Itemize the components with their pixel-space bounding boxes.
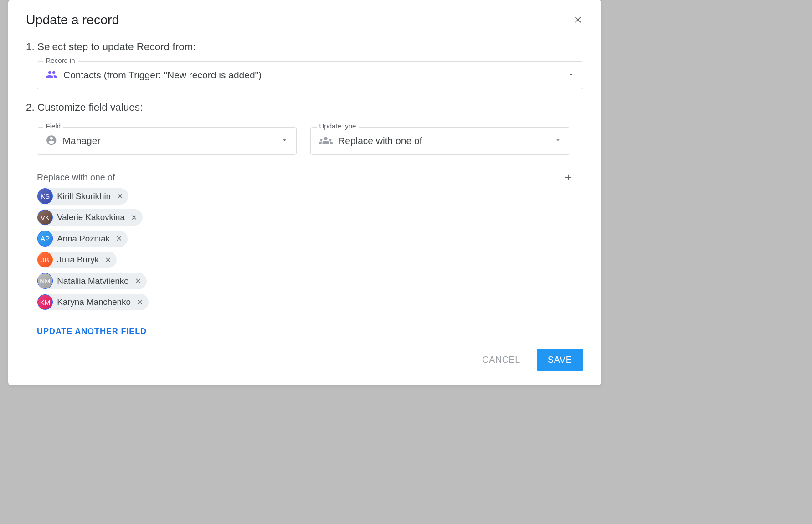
record-in-value: Contacts (from Trigger: "New record is a… [63,70,262,81]
modal-header: Update a record [8,0,601,34]
avatar: JB [37,252,53,268]
chip-remove-button[interactable] [115,235,123,242]
update-type-select-wrapper: Update type Replace with one of [310,127,570,155]
modal-title: Update a record [26,12,119,27]
replace-label: Replace with one of [37,172,115,183]
chip-name: Karyna Manchenko [57,297,131,307]
plus-icon [563,172,574,183]
close-icon [136,298,144,306]
save-button[interactable]: SAVE [537,349,583,371]
field-label: Field [43,122,64,130]
close-icon [130,214,138,221]
record-in-label: Record in [43,57,78,64]
chip-remove-button[interactable] [136,298,144,306]
step2-label: 2. Customize field values: [26,102,583,113]
update-another-field-button[interactable]: UPDATE ANOTHER FIELD [37,327,583,336]
update-type-label: Update type [317,122,359,130]
person-icon [46,134,57,148]
update-record-modal: Update a record 1. Select step to update… [8,0,601,385]
chip-name: Kirill Skurikhin [57,191,111,201]
field-select[interactable]: Manager [37,127,297,155]
chip-name: Valerie Kakovkina [57,212,125,222]
record-in-field-wrapper: Record in Contacts (from Trigger: "New r… [37,61,583,89]
avatar: KS [37,188,53,204]
close-icon [573,15,583,25]
chip-name: Anna Pozniak [57,234,110,244]
close-icon [134,277,142,285]
person-chip[interactable]: JBJulia Buryk [37,252,117,268]
chip-name: Julia Buryk [57,255,99,265]
record-in-select[interactable]: Contacts (from Trigger: "New record is a… [37,61,583,89]
modal-footer: CANCEL SAVE [8,340,601,385]
contacts-icon [46,68,58,82]
chevron-down-icon [568,71,575,79]
chip-remove-button[interactable] [130,214,138,221]
close-icon [116,192,124,200]
chip-remove-button[interactable] [104,256,112,264]
person-chip[interactable]: APAnna Pozniak [37,231,128,247]
group-icon [319,134,333,149]
chevron-down-icon [281,137,288,145]
update-type-select[interactable]: Replace with one of [310,127,570,155]
avatar: KM [37,294,53,310]
avatar: VK [37,210,53,226]
field-value: Manager [63,135,101,146]
step1-label: 1. Select step to update Record from: [26,41,583,53]
close-icon [115,235,123,242]
chips-container: KSKirill SkurikhinVKValerie KakovkinaAPA… [37,188,583,311]
modal-body: 1. Select step to update Record from: Re… [8,34,601,340]
avatar: AP [37,231,53,247]
person-chip[interactable]: KMKaryna Manchenko [37,294,149,310]
chevron-down-icon [555,137,561,145]
avatar: NM [37,273,53,289]
add-button[interactable] [563,172,574,183]
chip-remove-button[interactable] [134,277,142,285]
update-type-value: Replace with one of [338,135,422,146]
field-select-wrapper: Field Manager [37,127,297,155]
person-chip[interactable]: VKValerie Kakovkina [37,209,143,226]
chip-remove-button[interactable] [116,192,124,200]
close-icon [104,256,112,264]
close-button[interactable] [573,15,583,25]
person-chip[interactable]: KSKirill Skurikhin [37,188,128,205]
replace-section: Replace with one of KSKirill SkurikhinVK… [37,172,583,311]
cancel-button[interactable]: CANCEL [473,349,530,371]
chip-name: Nataliia Matviienko [57,276,128,286]
person-chip[interactable]: NMNataliia Matviienko [37,273,147,289]
